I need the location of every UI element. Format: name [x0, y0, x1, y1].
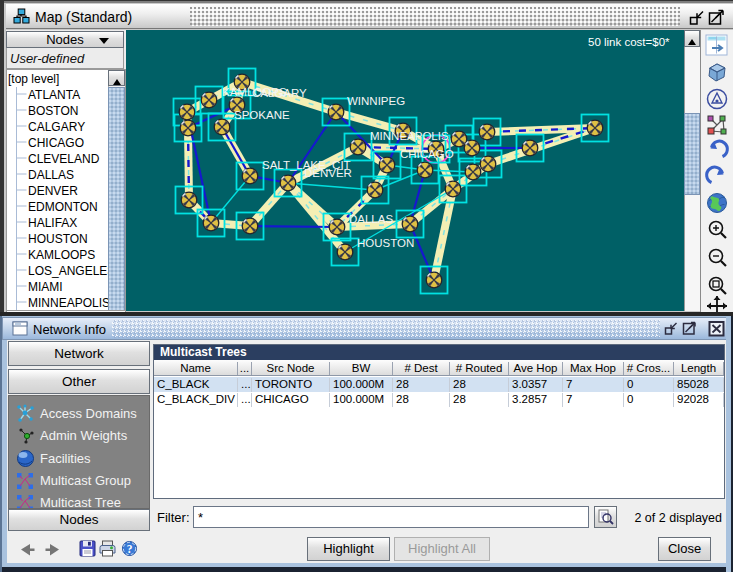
svg-text:?: ? — [127, 543, 133, 555]
svg-text:CLEVELAND: CLEVELAND — [28, 152, 100, 166]
svg-text:Facilities: Facilities — [40, 451, 91, 466]
svg-text:[top level]: [top level] — [8, 72, 59, 86]
svg-text:EDMONTON: EDMONTON — [28, 200, 98, 214]
svg-text:DALLAS: DALLAS — [28, 168, 74, 182]
svg-text:DENVER: DENVER — [28, 184, 78, 198]
svg-text:DENVER: DENVER — [304, 167, 352, 179]
svg-text:ATLANTA: ATLANTA — [28, 88, 80, 102]
svg-text:KAMLOOPS: KAMLOOPS — [28, 248, 95, 262]
svg-text:WINNIPEG: WINNIPEG — [347, 95, 405, 107]
svg-text:CHICAGO: CHICAGO — [400, 148, 454, 160]
svg-text:CALGARY: CALGARY — [28, 120, 85, 134]
svg-text:SPOKANE: SPOKANE — [234, 109, 290, 121]
svg-text:MINNEAPOLIS: MINNEAPOLIS — [28, 296, 110, 310]
svg-text:HOUSTON: HOUSTON — [357, 237, 414, 249]
svg-text:Multicast Tree: Multicast Tree — [40, 495, 121, 508]
svg-text:MINNEAPOLIS: MINNEAPOLIS — [370, 130, 449, 142]
svg-text:Access Domains: Access Domains — [40, 406, 137, 421]
svg-text:CHICAGO: CHICAGO — [28, 136, 84, 150]
svg-text:CALGARY: CALGARY — [252, 87, 307, 99]
svg-text:HOUSTON: HOUSTON — [28, 232, 88, 246]
svg-text:Admin Weights: Admin Weights — [40, 428, 128, 443]
svg-text:HALIFAX: HALIFAX — [28, 216, 77, 230]
svg-text:BOSTON: BOSTON — [28, 104, 78, 118]
svg-text:LOS_ANGELES: LOS_ANGELES — [28, 264, 115, 278]
svg-text:50 link cost=$0*: 50 link cost=$0* — [588, 36, 670, 48]
svg-text:MIAMI: MIAMI — [28, 280, 63, 294]
svg-text:DALLAS: DALLAS — [349, 213, 393, 225]
svg-text:Multicast Group: Multicast Group — [40, 473, 131, 488]
